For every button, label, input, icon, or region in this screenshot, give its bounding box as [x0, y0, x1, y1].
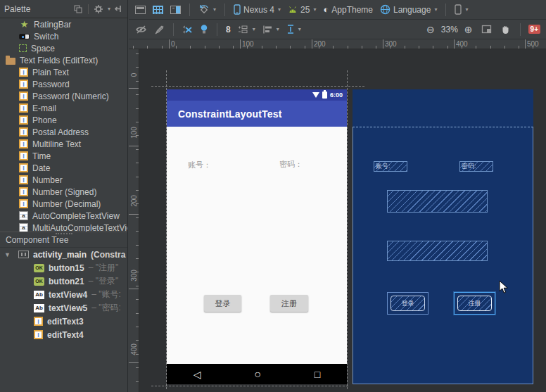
- view-options-button[interactable]: [133, 23, 149, 36]
- orientation-button[interactable]: ▾: [196, 3, 218, 16]
- zoom-to-fit-button[interactable]: [479, 23, 494, 35]
- device-selector[interactable]: Nexus 4▾: [231, 3, 283, 16]
- tree-item-activity_main[interactable]: ▼activity_main(Constra: [0, 248, 127, 261]
- ruler-label: 400: [130, 341, 138, 358]
- ruler-tick: [305, 46, 305, 49]
- palette-item-number-signed[interactable]: INumber (Signed): [0, 186, 127, 198]
- nav-recents-icon[interactable]: □: [315, 369, 320, 379]
- palette-item-password-numeric[interactable]: IPassword (Numeric): [0, 90, 127, 102]
- design-view[interactable]: 6:00 ConstraintLayoutTest 账号： 密码： 登录 注册 …: [167, 89, 347, 384]
- tree-item-editText3[interactable]: IeditText3: [0, 315, 127, 328]
- palette-item-e-mail[interactable]: IE-mail: [0, 102, 127, 114]
- tree-item-textView4[interactable]: AbtextView4– "账号:: [0, 288, 127, 301]
- palette-item-text-fields-edittext[interactable]: Text Fields (EditText): [0, 54, 127, 66]
- pan-button[interactable]: [498, 23, 512, 36]
- palette-item-time[interactable]: ITime: [0, 150, 127, 162]
- default-margin-button[interactable]: 8: [224, 23, 233, 36]
- copy-icon[interactable]: [73, 4, 83, 14]
- ruler-tick: [136, 149, 139, 150]
- api-selector[interactable]: 25▾: [286, 4, 318, 16]
- device-frame-button[interactable]: ▾: [452, 3, 470, 16]
- palette-item-multiline-text[interactable]: IMultiline Text: [0, 138, 127, 150]
- tree-item-button15[interactable]: OKbutton15– "注册": [0, 261, 127, 274]
- divider: [445, 4, 446, 16]
- password-label[interactable]: 密码：: [279, 159, 303, 170]
- ruler-tick: [276, 46, 277, 49]
- palette-item-number[interactable]: INumber: [0, 174, 127, 186]
- palette-item-postal-address[interactable]: IPostal Address: [0, 126, 127, 138]
- minimize-panel-icon[interactable]: [114, 4, 123, 13]
- edittext-icon: I: [19, 91, 28, 101]
- wifi-icon: [312, 92, 319, 98]
- nav-home-icon[interactable]: ○: [254, 369, 261, 380]
- blueprint-mode-button[interactable]: [151, 4, 165, 15]
- theme-selector[interactable]: ◐ AppTheme: [321, 3, 375, 16]
- ruler-tick: [136, 177, 139, 177]
- ruler-tick-major: [129, 214, 139, 215]
- blueprint-view[interactable]: 账号: 密码: 登录 注册: [353, 89, 533, 384]
- distribute-button[interactable]: ▾: [284, 23, 303, 36]
- zoom-in-button[interactable]: ⊕: [462, 23, 475, 37]
- settings-gear-icon[interactable]: [94, 4, 103, 14]
- component-tree-header[interactable]: Component Tree: [0, 232, 127, 248]
- tree-item-editText4[interactable]: IeditText4: [0, 328, 127, 341]
- blueprint-edittext3[interactable]: [387, 190, 488, 213]
- ruler-tick: [190, 46, 191, 49]
- blueprint-account-label[interactable]: 账号:: [374, 161, 407, 172]
- switch-icon: [19, 34, 30, 39]
- ruler-tick: [136, 94, 139, 95]
- palette-item-multiautocompletetextview[interactable]: aMultiAutoCompleteTextView: [0, 222, 127, 232]
- palette-item-date[interactable]: IDate: [0, 162, 127, 174]
- pack-button[interactable]: ▾: [236, 23, 258, 36]
- clear-constraints-button[interactable]: [180, 23, 195, 36]
- blueprint-register-button[interactable]: 注册: [454, 292, 495, 315]
- zoom-out-button[interactable]: ⊖: [424, 23, 437, 37]
- distribute-icon: [286, 24, 295, 34]
- palette-item-plain-text[interactable]: IPlain Text: [0, 66, 127, 78]
- align-button[interactable]: ▾: [260, 23, 281, 36]
- ruler-tick: [490, 46, 491, 49]
- tree-item-textView5[interactable]: AbtextView5– "密码:: [0, 301, 127, 315]
- divider: [217, 23, 217, 36]
- palette-item-ratingbar[interactable]: ★RatingBar: [0, 18, 127, 30]
- locale-selector[interactable]: Language▾: [378, 3, 439, 16]
- tree-item-name: button15: [49, 263, 84, 273]
- ruler-tick: [519, 46, 519, 49]
- ruler-tick: [136, 381, 139, 382]
- ruler-tick: [176, 46, 177, 49]
- gear-dropdown-icon[interactable]: ▾: [108, 6, 110, 12]
- palette-item-autocompletetextview[interactable]: aAutoCompleteTextView: [0, 210, 127, 222]
- palette-item-label: E-mail: [32, 103, 56, 113]
- autoconnect-button[interactable]: [152, 23, 167, 36]
- expander-icon[interactable]: ▼: [4, 251, 14, 258]
- constraintlayout-icon: [18, 251, 29, 258]
- split-mode-button[interactable]: [168, 4, 183, 15]
- zoom-to-fit-icon: [481, 25, 492, 34]
- tree-item-button21[interactable]: OKbutton21– "登录": [0, 274, 127, 288]
- selection-guide-bottom: [151, 386, 348, 386]
- blueprint-edittext4[interactable]: [387, 241, 488, 261]
- palette-item-space[interactable]: Space: [0, 42, 127, 54]
- error-count-badge[interactable]: 9+: [528, 25, 540, 34]
- blueprint-password-label[interactable]: 密码:: [459, 161, 493, 172]
- divider: [88, 4, 89, 14]
- ruler-tick: [162, 46, 163, 49]
- palette-item-number-decimal[interactable]: INumber (Decimal): [0, 198, 127, 210]
- nav-back-icon[interactable]: ◁: [193, 369, 201, 379]
- space-icon: [19, 44, 27, 52]
- blueprint-login-button[interactable]: 登录: [387, 292, 428, 315]
- palette-item-password[interactable]: IPassword: [0, 78, 127, 90]
- palette-item-switch[interactable]: Switch: [0, 30, 127, 42]
- account-label[interactable]: 账号：: [188, 160, 211, 170]
- design-canvas[interactable]: 0100200300400 6:00 ConstraintLayoutTest …: [129, 49, 546, 392]
- register-button[interactable]: 注册: [270, 295, 308, 312]
- infer-constraints-button[interactable]: [198, 23, 210, 36]
- design-mode-button[interactable]: [133, 4, 148, 15]
- palette-item-phone[interactable]: IPhone: [0, 114, 127, 126]
- align-icon: [262, 25, 273, 34]
- ruler-tick-major: [129, 88, 139, 89]
- login-button[interactable]: 登录: [204, 295, 241, 312]
- app-bar-title: ConstraintLayoutTest: [178, 108, 282, 120]
- phone-icon: [234, 4, 241, 15]
- status-bar: 6:00: [167, 89, 347, 101]
